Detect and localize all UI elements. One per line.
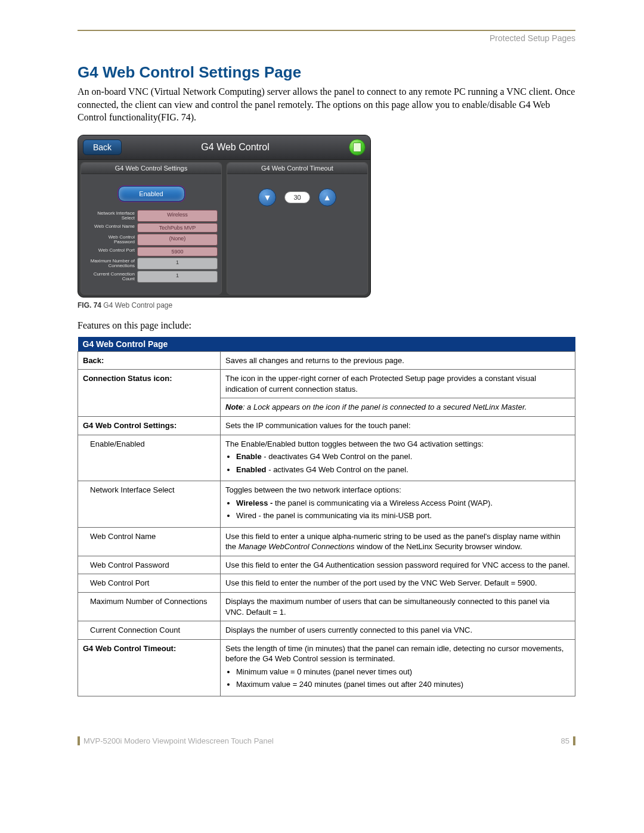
row-wcs-label: G4 Web Control Settings: bbox=[78, 416, 221, 435]
row-csi-note: Note: a Lock appears on the icon if the … bbox=[221, 398, 575, 417]
row-wcp-value: Use this field to enter the G4 Authentic… bbox=[221, 556, 575, 574]
connection-status-icon bbox=[349, 139, 366, 156]
features-lead: Features on this page include: bbox=[78, 320, 575, 331]
header-category: Protected Setup Pages bbox=[78, 33, 575, 43]
enabled-toggle[interactable]: Enabled bbox=[118, 186, 185, 202]
panel-field-value[interactable]: 5900 bbox=[137, 247, 218, 256]
left-col-head: G4 Web Control Settings bbox=[81, 163, 221, 174]
row-ccc-value: Displays the number of users currently c… bbox=[221, 621, 575, 640]
timeout-up-icon[interactable]: ▲ bbox=[318, 188, 336, 206]
timeout-down-icon[interactable]: ▼ bbox=[258, 188, 276, 206]
panel-title: G4 Web Control bbox=[122, 142, 349, 153]
row-csi-value: The icon in the upper-right corner of ea… bbox=[221, 370, 575, 398]
row-csi-label: Connection Status icon: bbox=[78, 370, 221, 417]
section-title: G4 Web Control Settings Page bbox=[78, 63, 575, 82]
panel-field-row: Web Control Port5900 bbox=[85, 247, 218, 256]
description-table: G4 Web Control Page Back: Saves all chan… bbox=[78, 337, 575, 696]
figure-panel: Back G4 Web Control G4 Web Control Setti… bbox=[78, 135, 575, 298]
panel-field-value[interactable]: Wireless bbox=[137, 210, 218, 222]
panel-field-row: Current Connection Count1 bbox=[85, 271, 218, 283]
timeout-value: 30 bbox=[284, 191, 309, 203]
row-max-value: Displays the maximum number of users tha… bbox=[221, 592, 575, 621]
row-ccc-label: Current Connection Count bbox=[78, 621, 221, 640]
row-wcport-value: Use this field to enter the number of th… bbox=[221, 574, 575, 593]
panel-field-value[interactable]: 1 bbox=[137, 258, 218, 270]
back-button[interactable]: Back bbox=[83, 140, 122, 155]
row-back-label: Back: bbox=[78, 351, 221, 370]
panel-field-row: Web Control Password(None) bbox=[85, 234, 218, 246]
row-ee-label: Enable/Enabled bbox=[78, 435, 221, 481]
row-nis-label: Network Interface Select bbox=[78, 481, 221, 528]
panel-field-label: Current Connection Count bbox=[85, 271, 137, 283]
row-back-value: Saves all changes and returns to the pre… bbox=[221, 351, 575, 370]
panel-field-row: Maximum Number of Connections1 bbox=[85, 258, 218, 270]
row-to-label: G4 Web Control Timeout: bbox=[78, 639, 221, 696]
row-ee-value: The Enable/Enabled button toggles betwee… bbox=[221, 435, 575, 481]
panel-field-label: Network Interface Select bbox=[85, 210, 137, 222]
panel-field-value[interactable]: (None) bbox=[137, 234, 218, 246]
row-wcn-label: Web Control Name bbox=[78, 527, 221, 556]
row-wcport-label: Web Control Port bbox=[78, 574, 221, 593]
panel-field-label: Maximum Number of Connections bbox=[85, 258, 137, 270]
footer-product: MVP-5200i Modero Viewpoint Widescreen To… bbox=[83, 736, 274, 745]
panel-field-label: Web Control Port bbox=[85, 247, 137, 256]
right-col-head: G4 Web Control Timeout bbox=[227, 163, 367, 174]
section-intro: An on-board VNC (Virtual Network Computi… bbox=[78, 85, 575, 124]
row-nis-value: Toggles between the two network interfac… bbox=[221, 481, 575, 528]
footer-page-number: 85 bbox=[561, 736, 575, 745]
row-to-value: Sets the length of time (in minutes) tha… bbox=[221, 639, 575, 696]
figure-caption: FIG. 74 G4 Web Control page bbox=[78, 301, 575, 309]
panel-field-row: Web Control NameTechPubs MVP bbox=[85, 223, 218, 233]
table-head: G4 Web Control Page bbox=[78, 337, 575, 352]
panel-field-value[interactable]: 1 bbox=[137, 271, 218, 283]
row-max-label: Maximum Number of Connections bbox=[78, 592, 221, 621]
panel-field-value[interactable]: TechPubs MVP bbox=[137, 223, 218, 233]
page-footer: MVP-5200i Modero Viewpoint Widescreen To… bbox=[78, 736, 575, 745]
row-wcs-value: Sets the IP communication values for the… bbox=[221, 416, 575, 435]
panel-field-label: Web Control Name bbox=[85, 223, 137, 233]
row-wcp-label: Web Control Password bbox=[78, 556, 221, 574]
panel-field-row: Network Interface SelectWireless bbox=[85, 210, 218, 222]
panel-field-label: Web Control Password bbox=[85, 234, 137, 246]
row-wcn-value: Use this field to enter a unique alpha-n… bbox=[221, 527, 575, 556]
